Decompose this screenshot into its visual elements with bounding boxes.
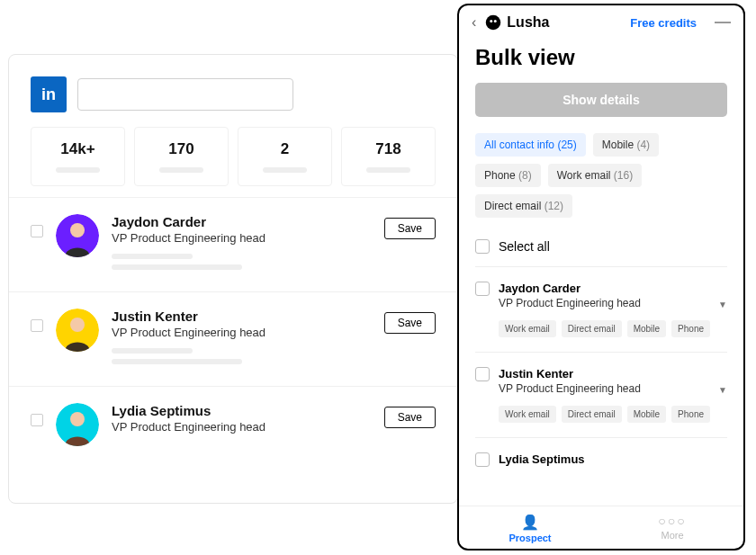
brand-name: Lusha bbox=[507, 14, 549, 31]
linkedin-logo-icon: in bbox=[31, 76, 67, 112]
row-checkbox[interactable] bbox=[31, 414, 43, 426]
prospect-title: VP Product Engineering head bbox=[499, 297, 641, 309]
svg-point-1 bbox=[70, 223, 85, 237]
search-input[interactable] bbox=[77, 78, 293, 111]
filter-chip-phone[interactable]: Phone (8) bbox=[475, 164, 541, 187]
minimize-icon[interactable] bbox=[715, 22, 731, 23]
footer-tab-more[interactable]: ○○○ More bbox=[601, 514, 743, 543]
stat-value: 14k+ bbox=[40, 140, 115, 158]
lusha-panel: ‹ Lusha Free credits Bulk view Show deta… bbox=[457, 4, 745, 551]
save-button[interactable]: Save bbox=[384, 407, 436, 428]
select-all-label: Select all bbox=[499, 239, 550, 254]
skeleton-bar bbox=[112, 359, 242, 364]
back-icon[interactable]: ‹ bbox=[472, 14, 476, 31]
stat-value: 718 bbox=[351, 140, 426, 158]
result-name[interactable]: Lydia Septimus bbox=[112, 403, 372, 418]
skeleton-bar bbox=[263, 167, 308, 173]
stats-row: 14k+ 170 2 718 bbox=[9, 127, 457, 186]
result-name[interactable]: Jaydon Carder bbox=[112, 214, 372, 229]
show-details-button[interactable]: Show details bbox=[475, 83, 727, 117]
chevron-down-icon[interactable]: ▼ bbox=[718, 385, 727, 395]
tag-direct-email: Direct email bbox=[562, 320, 622, 337]
contact-tags: Work email Direct email Mobile Phone bbox=[499, 406, 727, 423]
tag-direct-email: Direct email bbox=[562, 406, 622, 423]
skeleton-bar bbox=[159, 167, 204, 173]
lusha-logo-icon bbox=[485, 14, 501, 31]
skeleton-bar bbox=[366, 167, 411, 173]
prospect-checkbox[interactable] bbox=[475, 367, 490, 381]
filter-chip-all[interactable]: All contact info (25) bbox=[475, 133, 586, 157]
stat-cell[interactable]: 170 bbox=[134, 127, 229, 186]
result-title: VP Product Engineering head bbox=[112, 326, 372, 339]
tag-work-email: Work email bbox=[499, 406, 556, 423]
free-credits-link[interactable]: Free credits bbox=[630, 16, 697, 30]
result-title: VP Product Engineering head bbox=[112, 420, 372, 434]
select-all-row: Select all bbox=[475, 232, 727, 267]
prospect-checkbox[interactable] bbox=[475, 282, 490, 296]
result-name[interactable]: Justin Kenter bbox=[112, 309, 372, 324]
tag-phone: Phone bbox=[671, 406, 710, 423]
prospect-name: Lydia Septimus bbox=[499, 452, 585, 466]
filter-chip-work-email[interactable]: Work email (16) bbox=[548, 164, 642, 187]
filter-chip-mobile[interactable]: Mobile (4) bbox=[593, 133, 659, 157]
stat-cell[interactable]: 718 bbox=[341, 127, 436, 186]
more-icon: ○○○ bbox=[601, 514, 743, 528]
skeleton-bar bbox=[56, 167, 101, 173]
row-checkbox[interactable] bbox=[31, 319, 43, 332]
prospect-name: Jaydon Carder bbox=[499, 282, 641, 295]
page-title: Bulk view bbox=[475, 45, 727, 70]
prospect-item: Justin Kenter VP Product Engineering hea… bbox=[475, 353, 727, 438]
avatar bbox=[56, 214, 99, 257]
result-row: Justin Kenter VP Product Engineering hea… bbox=[9, 291, 457, 386]
prospect-item: Jaydon Carder VP Product Engineering hea… bbox=[475, 267, 727, 353]
panel-header: ‹ Lusha Free credits bbox=[459, 5, 743, 40]
svg-point-8 bbox=[494, 20, 497, 22]
panel-footer: 👤 Prospect ○○○ More bbox=[459, 506, 743, 549]
skeleton-bar bbox=[112, 254, 193, 259]
svg-point-7 bbox=[490, 20, 493, 22]
linkedin-results-card: in 14k+ 170 2 718 Jaydon Carder VP Produ… bbox=[8, 54, 458, 504]
prospect-checkbox[interactable] bbox=[475, 452, 490, 467]
save-button[interactable]: Save bbox=[384, 218, 436, 239]
svg-point-5 bbox=[70, 412, 85, 426]
tag-work-email: Work email bbox=[499, 320, 556, 337]
brand: Lusha bbox=[485, 14, 549, 31]
prospect-item: Lydia Septimus bbox=[475, 438, 727, 467]
stat-cell[interactable]: 14k+ bbox=[31, 127, 125, 186]
prospect-name: Justin Kenter bbox=[499, 367, 641, 380]
tag-mobile: Mobile bbox=[627, 406, 666, 423]
avatar bbox=[56, 403, 99, 446]
avatar bbox=[56, 309, 99, 352]
person-icon: 👤 bbox=[459, 514, 601, 531]
filter-chips: All contact info (25) Mobile (4) Phone (… bbox=[475, 133, 727, 218]
svg-point-3 bbox=[70, 318, 85, 332]
skeleton-bar bbox=[112, 264, 242, 270]
stat-value: 2 bbox=[248, 140, 322, 158]
skeleton-bar bbox=[112, 348, 193, 354]
svg-point-6 bbox=[486, 15, 501, 31]
prospect-title: VP Product Engineering head bbox=[499, 382, 641, 395]
linkedin-header: in bbox=[9, 55, 457, 127]
stat-cell[interactable]: 2 bbox=[238, 127, 332, 186]
tag-mobile: Mobile bbox=[627, 320, 666, 337]
chevron-down-icon[interactable]: ▼ bbox=[718, 300, 727, 309]
result-title: VP Product Engineering head bbox=[112, 231, 372, 245]
filter-chip-direct-email[interactable]: Direct email (12) bbox=[475, 194, 572, 218]
save-button[interactable]: Save bbox=[384, 312, 436, 334]
result-row: Jaydon Carder VP Product Engineering hea… bbox=[9, 197, 457, 291]
tag-phone: Phone bbox=[671, 320, 710, 337]
stat-value: 170 bbox=[144, 140, 219, 158]
footer-tab-prospect[interactable]: 👤 Prospect bbox=[459, 514, 601, 543]
result-row: Lydia Septimus VP Product Engineering he… bbox=[9, 386, 457, 462]
select-all-checkbox[interactable] bbox=[475, 239, 490, 254]
row-checkbox[interactable] bbox=[31, 225, 43, 237]
contact-tags: Work email Direct email Mobile Phone bbox=[499, 320, 727, 337]
